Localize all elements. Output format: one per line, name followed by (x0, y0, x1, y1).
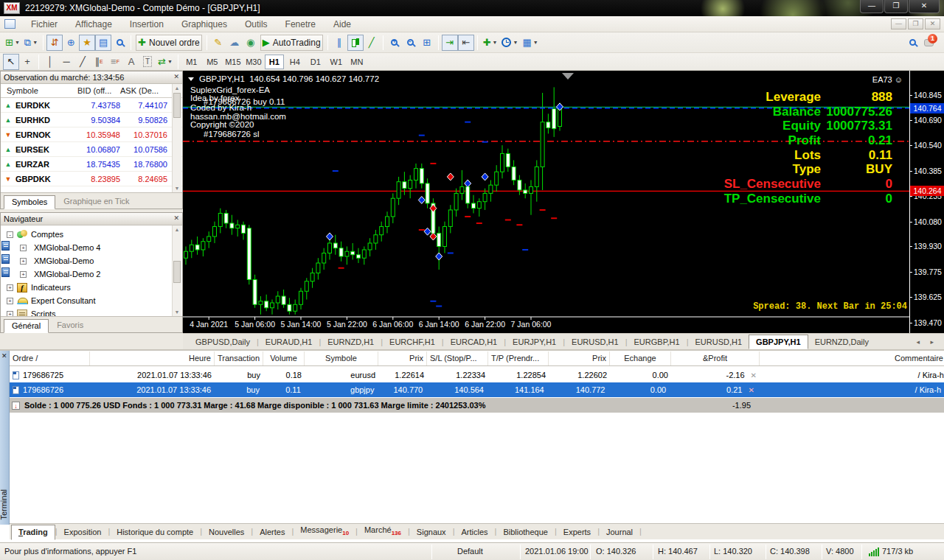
bar-chart-mode-icon[interactable]: ∥ (331, 35, 347, 51)
chart-tab-eurusd-h1[interactable]: EURUSD,H1 (565, 335, 625, 349)
new-order-button[interactable]: ✚Nouvel ordre (136, 35, 202, 51)
status-profile[interactable]: Default (457, 547, 483, 556)
notifications-icon[interactable]: 1 (920, 35, 937, 51)
chart-tab-eurusd-h1[interactable]: EURUSD,H1 (689, 335, 749, 349)
scroll-up-icon[interactable]: ▲ (173, 225, 181, 234)
market-watch-row[interactable]: ▼GBPDKK8.238958.24695 (1, 172, 182, 186)
column-header[interactable]: Commentaire (760, 351, 944, 365)
templates-icon[interactable]: ▦▼ (520, 35, 540, 51)
column-header[interactable]: T/P (Prendr... (488, 351, 549, 365)
column-header-0[interactable]: Symbole (1, 86, 77, 95)
timeframe-m15[interactable]: M15 (223, 55, 243, 69)
timeframe-w1[interactable]: W1 (327, 55, 346, 69)
close-icon[interactable]: ✕ (173, 73, 179, 80)
orders-table-header[interactable]: Ordre /HeureTransactionVolumeSymbolePrix… (10, 351, 944, 366)
data-window-icon[interactable]: ⊕ (63, 35, 79, 51)
expand-icon[interactable]: + (7, 284, 13, 291)
scroll-down-icon[interactable]: ▼ (173, 308, 181, 316)
scroll-down-icon[interactable]: ▼ (173, 184, 181, 192)
terminal-tab-marché[interactable]: Marché136 (358, 523, 408, 539)
chart-tab-eurgbp-h1[interactable]: EURGBP,H1 (628, 335, 687, 349)
ea-smiley-badge[interactable]: EA73 ☺ (872, 75, 903, 84)
column-header-1[interactable]: BID (off... (77, 86, 120, 95)
close-order-icon[interactable]: ✕ (751, 371, 757, 379)
expand-icon[interactable]: + (20, 271, 27, 278)
column-header[interactable]: Heure (90, 351, 215, 365)
chart-tab-eurjpy-h1[interactable]: EURJPY,H1 (506, 335, 563, 349)
search-icon[interactable] (904, 35, 920, 51)
menu-fenetre[interactable]: Fenetre (277, 17, 324, 32)
mdi-child-icon[interactable] (4, 19, 15, 29)
tab-général[interactable]: Général (4, 319, 49, 333)
menu-insertion[interactable]: Insertion (121, 17, 173, 32)
market-watch-row[interactable]: ▲EURHKD9.503849.50826 (1, 113, 182, 127)
chart-tab-eurchf-h1[interactable]: EURCHF,H1 (383, 335, 442, 349)
new-chart-icon[interactable]: ⊞▼ (3, 35, 22, 51)
mdi-close-button[interactable]: ✕ (925, 18, 940, 29)
scrollbar-thumb[interactable] (173, 261, 181, 283)
tree-item[interactable]: +XMGlobal-Demo 2 (1, 267, 182, 281)
tree-item[interactable]: +Expert Consultant (1, 294, 182, 307)
crosshair-icon[interactable]: + (19, 54, 35, 70)
expand-icon[interactable]: + (20, 245, 27, 251)
profiles-icon[interactable]: ⧉▼ (22, 35, 40, 51)
column-header[interactable]: Volume (263, 351, 305, 365)
restore-button[interactable]: ❐ (884, 0, 908, 13)
mdi-minimize-button[interactable]: — (891, 18, 906, 29)
close-icon[interactable]: ✕ (173, 214, 179, 222)
tree-item[interactable]: -Comptes (1, 228, 182, 241)
channel-icon[interactable]: ∥E (91, 54, 107, 70)
terminal-tab-journal[interactable]: Journal (600, 525, 639, 539)
expand-icon[interactable]: + (20, 258, 27, 265)
label-icon[interactable]: T (139, 54, 156, 70)
terminal-tab-articles[interactable]: Articles (454, 525, 494, 539)
chart-tab-euraud-h1[interactable]: EURAUD,H1 (259, 335, 319, 349)
timeframe-h4[interactable]: H4 (285, 55, 305, 69)
tree-item[interactable]: +XMGlobal-Demo (1, 254, 182, 267)
terminal-tab-alertes[interactable]: Alertes (253, 525, 291, 539)
market-watch-row[interactable]: ▲EURDKK7.437587.44107 (1, 98, 182, 113)
terminal-tab-trading[interactable]: Trading (11, 525, 55, 540)
column-header[interactable]: Ordre / (10, 351, 90, 365)
tile-windows-icon[interactable]: ⊞ (419, 35, 435, 51)
order-row[interactable]: 1796867262021.01.07 13:33:46buy0.11gbpjp… (10, 382, 944, 397)
tree-item[interactable]: +fIndicateurs (1, 281, 182, 294)
chart-tab-eurnzd-h1[interactable]: EURNZD,H1 (321, 335, 381, 349)
timeframe-m5[interactable]: M5 (203, 55, 222, 69)
column-header[interactable]: S/L (Stop/P... (427, 351, 488, 365)
menu-affichage[interactable]: Affichage (66, 17, 121, 32)
column-header[interactable]: Transaction (215, 351, 263, 365)
chart-area[interactable]: GBPJPY,H1 140.654 140.796 140.627 140.77… (183, 71, 944, 333)
navigator-icon[interactable]: ★ (79, 35, 95, 51)
periods-icon[interactable]: ▼ (499, 35, 520, 51)
menu-outils[interactable]: Outils (236, 17, 277, 32)
mdi-restore-button[interactable]: ❐ (908, 18, 923, 29)
terminal-tab-signaux[interactable]: Signaux (410, 525, 453, 539)
autotrading-button[interactable]: ▶AutoTrading (260, 35, 323, 51)
terminal-tab-bibliotheque[interactable]: Bibliotheque (496, 525, 555, 539)
arrows-tool-icon[interactable]: ⇄▼ (156, 54, 175, 70)
column-header-2[interactable]: ASK (De... (120, 86, 167, 95)
scroll-up-icon[interactable]: ▲ (173, 84, 181, 92)
market-watch-row[interactable]: ▼EURNOK10.3594810.37016 (1, 127, 182, 142)
close-icon[interactable]: ✕ (1, 352, 7, 360)
tab-scroll-arrows[interactable]: ◂ ▸ (916, 338, 944, 346)
menu-aide[interactable]: Aide (324, 17, 360, 32)
tab-favoris[interactable]: Favoris (49, 318, 91, 332)
zoom-in-icon[interactable]: + (386, 35, 403, 51)
timeframe-d1[interactable]: D1 (306, 55, 325, 69)
cursor-icon[interactable]: ↖ (3, 54, 19, 70)
terminal-tab-exposition[interactable]: Exposition (58, 525, 108, 539)
navigator-scrollbar[interactable]: ▲ ▼ (172, 225, 181, 316)
chart-shift-icon[interactable]: ⇤ (458, 35, 474, 51)
column-header[interactable]: Prix (378, 351, 427, 365)
market-watch-header[interactable]: SymboleBID (off...ASK (De... (1, 84, 182, 98)
menu-graphiques[interactable]: Graphiques (173, 17, 236, 32)
trendline-icon[interactable]: ╱ (74, 54, 91, 70)
minimize-button[interactable]: — (860, 0, 884, 13)
column-header[interactable]: Symbole (305, 351, 378, 365)
terminal-tab-experts[interactable]: Experts (557, 525, 597, 539)
menu-fichier[interactable]: Fichier (22, 17, 66, 32)
metaeditor-icon[interactable]: ✎ (210, 35, 226, 51)
chevron-down-icon[interactable] (188, 77, 194, 81)
